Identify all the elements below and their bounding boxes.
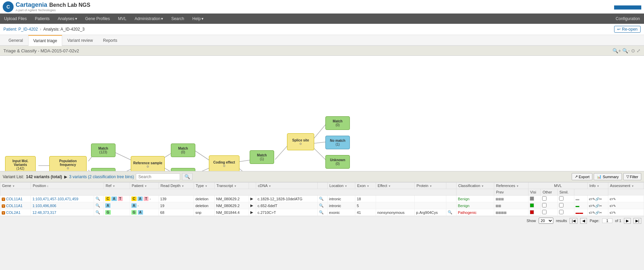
- references-grid-icon[interactable]: ⊞⊞: [496, 204, 501, 208]
- node-match-1[interactable]: Match (1): [250, 150, 274, 164]
- mvl-visi-check[interactable]: [542, 203, 547, 207]
- nav-gene-profiles[interactable]: Gene Profiles: [81, 14, 114, 23]
- col-assessment[interactable]: Assessment: [608, 183, 644, 189]
- assessment-icons[interactable]: 🏷✎: [610, 204, 616, 208]
- node-match-final[interactable]: Match (0): [325, 116, 350, 130]
- node-nomatch-1[interactable]: No match (1): [325, 136, 350, 149]
- nav-configuration[interactable]: Configuration: [612, 14, 644, 23]
- transcript-expand-icon[interactable]: ▶: [250, 210, 253, 214]
- col-protein[interactable]: Protein: [415, 183, 446, 189]
- position-link[interactable]: 1:103,471,457-103,471,459: [32, 197, 78, 201]
- expand-icon[interactable]: ⤢: [637, 48, 641, 53]
- page-input[interactable]: [602, 218, 612, 223]
- col-transcript[interactable]: Transcript: [215, 183, 249, 189]
- col-gene[interactable]: Gene: [0, 183, 31, 189]
- zoom-out-icon[interactable]: 🔍-: [622, 48, 630, 53]
- variant-search-input[interactable]: [136, 173, 180, 180]
- variant-list-header: Variant List: 142 variants (total) ▶ 3 v…: [0, 171, 644, 182]
- info-icons[interactable]: 🏷✎🔗✂: [589, 211, 602, 215]
- col-cdna[interactable]: cDNA: [256, 183, 318, 189]
- node-splice-site-top[interactable]: Splice site ⚙: [287, 133, 314, 150]
- reopen-button[interactable]: ↩ Re-open: [614, 26, 641, 33]
- last-page-btn[interactable]: ▶|: [633, 218, 641, 224]
- node-coding-effect[interactable]: Coding effect ⚙: [209, 155, 239, 171]
- tab-variant-review[interactable]: Variant review: [62, 35, 98, 46]
- col-mvl-other[interactable]: Other: [541, 189, 557, 196]
- cdna-search-icon[interactable]: 🔍: [319, 210, 324, 214]
- mvl-other-check[interactable]: [559, 203, 564, 207]
- variant-bins-link[interactable]: 3 variants (2 classification tree bins): [69, 174, 134, 179]
- position-search-icon[interactable]: 🔍: [95, 210, 100, 214]
- breadcrumb-patient[interactable]: Patient: P_ID-4202: [3, 27, 38, 32]
- position-search-icon[interactable]: 🔍: [95, 197, 100, 201]
- node-reference-sample[interactable]: Reference sample ⚙: [131, 156, 165, 171]
- position-search-icon[interactable]: 🔍: [95, 203, 100, 207]
- transcript-expand-icon[interactable]: ▶: [250, 203, 253, 207]
- node-unknown-0a[interactable]: Unknown (0): [325, 155, 350, 169]
- col-info[interactable]: Info: [588, 183, 608, 189]
- col-effect[interactable]: Effect: [376, 183, 414, 189]
- col-ref[interactable]: Ref: [104, 183, 130, 189]
- col-mvl-visi[interactable]: Visi: [528, 189, 541, 196]
- position-link[interactable]: 1:103,496,806: [32, 204, 56, 208]
- col-exon[interactable]: Exon: [355, 183, 376, 189]
- node-match-123[interactable]: Match (123): [91, 144, 115, 157]
- prev-page-btn[interactable]: ◀: [580, 218, 587, 224]
- export-button[interactable]: ↗ Export: [572, 173, 593, 180]
- col-cdna-search: [318, 183, 328, 189]
- nav-search[interactable]: Search: [167, 14, 188, 23]
- filter-button[interactable]: ▽ Filter: [623, 173, 641, 180]
- nav-patients[interactable]: Patients: [31, 14, 54, 23]
- zoom-reset-icon[interactable]: ⊙: [631, 48, 635, 53]
- info-icons[interactable]: 🏷✎🔗✂: [589, 204, 602, 208]
- cdna-search-icon[interactable]: 🔍: [319, 197, 324, 201]
- col-location[interactable]: Location: [327, 183, 355, 189]
- next-page-btn[interactable]: ▶: [624, 218, 631, 224]
- nav-upload-files[interactable]: Upload Files: [0, 14, 31, 23]
- header-button[interactable]: [614, 5, 641, 10]
- node-population-frequency[interactable]: Population frequency ⚙: [49, 156, 87, 171]
- first-page-btn[interactable]: |◀: [570, 218, 577, 224]
- show-count-select[interactable]: 20 50 100: [539, 218, 553, 224]
- col-position[interactable]: Position ↕: [31, 183, 104, 189]
- info-icons[interactable]: 🏷✎🔗✂: [589, 197, 602, 201]
- tab-reports[interactable]: Reports: [98, 35, 122, 46]
- nav-analyses[interactable]: Analyses ▾: [54, 14, 81, 23]
- cdna-search-icon[interactable]: 🔍: [319, 203, 324, 207]
- tab-variant-triage[interactable]: Variant triage: [28, 35, 62, 46]
- assessment-icons[interactable]: 🏷✎: [610, 211, 616, 215]
- transcript-expand-icon[interactable]: ▶: [250, 197, 253, 201]
- gene-link[interactable]: COL11A1: [6, 197, 22, 201]
- gene-link[interactable]: COL11A1: [6, 204, 22, 208]
- col-read-depth[interactable]: Read Depth: [159, 183, 194, 189]
- mvl-visi-check[interactable]: [542, 196, 547, 201]
- col-patient[interactable]: Patient: [130, 183, 159, 189]
- nav-mvl[interactable]: MVL: [114, 14, 130, 23]
- nav-administration[interactable]: Administration ▾: [130, 14, 167, 23]
- mvl-prev-box: [530, 203, 534, 207]
- node-nomatch-19[interactable]: No match (19): [91, 168, 115, 171]
- references-grid-icon[interactable]: ⊞⊞⊞⊞: [496, 211, 506, 215]
- zoom-in-icon[interactable]: 🔍+: [612, 48, 621, 53]
- ref-base-g: G: [105, 210, 111, 215]
- col-classification[interactable]: Classification: [456, 183, 494, 189]
- col-type[interactable]: Type: [194, 183, 215, 189]
- node-nomatch-19b[interactable]: No match (19): [171, 168, 195, 171]
- nav-help[interactable]: Help ▾: [188, 14, 208, 23]
- protein-search-icon[interactable]: 🔍: [448, 210, 452, 214]
- references-grid-icon[interactable]: ⊞⊞⊞: [496, 197, 504, 201]
- variant-search-button[interactable]: 🔍: [182, 173, 193, 180]
- col-references[interactable]: References: [494, 183, 528, 189]
- position-link[interactable]: 12:48,373,317: [32, 210, 56, 215]
- col-mvl-prev[interactable]: Prev: [494, 189, 528, 196]
- mvl-other-check[interactable]: [559, 210, 564, 214]
- mvl-visi-check[interactable]: [542, 210, 547, 214]
- col-mvl-simil[interactable]: Simil.: [557, 189, 574, 196]
- node-input-mol-variants[interactable]: Input Mol. Variants (142): [5, 156, 36, 171]
- gene-link[interactable]: COL2A1: [6, 210, 20, 215]
- node-match-0a[interactable]: Match (0): [171, 144, 195, 157]
- assessment-icons[interactable]: 🏷✎: [610, 197, 616, 201]
- mvl-other-check[interactable]: [559, 196, 564, 201]
- tab-general[interactable]: General: [3, 35, 28, 46]
- summary-button[interactable]: 📊 Summary: [594, 173, 622, 180]
